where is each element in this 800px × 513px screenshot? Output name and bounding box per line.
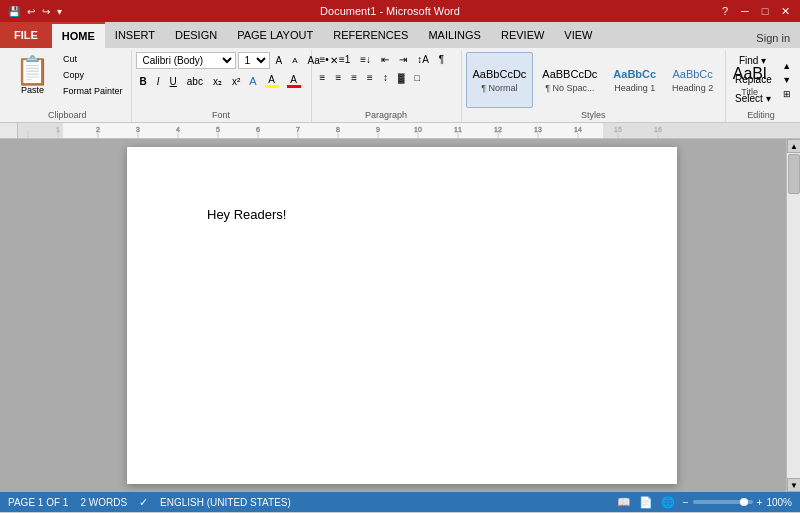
scroll-track[interactable] xyxy=(787,153,800,478)
style-normal-label: ¶ Normal xyxy=(481,83,517,93)
shading-button[interactable]: ▓ xyxy=(394,71,409,85)
font-color-bar xyxy=(287,85,301,88)
document-page[interactable]: Hey Readers! xyxy=(127,147,677,484)
scroll-down-button[interactable]: ▼ xyxy=(787,478,800,492)
style-no-spacing-label: ¶ No Spac... xyxy=(545,83,594,93)
decrease-indent-button[interactable]: ⇤ xyxy=(377,52,393,67)
align-left-button[interactable]: ≡ xyxy=(316,70,330,85)
zoom-in-button[interactable]: + xyxy=(757,497,763,508)
copy-button[interactable]: Copy xyxy=(59,68,127,82)
style-normal[interactable]: AaBbCcDc ¶ Normal xyxy=(466,52,534,108)
font-label: Font xyxy=(136,110,307,122)
left-ruler-margin xyxy=(0,139,18,492)
justify-button[interactable]: ≡ xyxy=(363,70,377,85)
svg-text:14: 14 xyxy=(574,126,582,133)
redo-icon[interactable]: ↪ xyxy=(40,6,52,17)
zoom-out-button[interactable]: − xyxy=(683,497,689,508)
undo-icon[interactable]: ↩ xyxy=(25,6,37,17)
tab-home[interactable]: HOME xyxy=(52,22,105,48)
read-mode-icon[interactable]: 📖 xyxy=(617,496,631,509)
ruler-corner xyxy=(0,123,18,139)
format-painter-button[interactable]: Format Painter xyxy=(59,84,127,98)
tab-view[interactable]: VIEW xyxy=(554,22,602,48)
style-heading1[interactable]: AaBbCc Heading 1 xyxy=(606,52,663,108)
font-color-button[interactable]: A xyxy=(284,72,304,90)
cut-button[interactable]: Cut xyxy=(59,52,127,66)
find-button[interactable]: Find ▾ xyxy=(730,52,775,69)
document-scroll-area[interactable]: Hey Readers! xyxy=(18,139,786,492)
superscript-button[interactable]: x² xyxy=(228,74,244,89)
style-normal-preview: AaBbCcDc xyxy=(473,67,527,82)
italic-button[interactable]: I xyxy=(153,74,164,89)
paragraph-label: Paragraph xyxy=(316,110,457,122)
tab-file[interactable]: FILE xyxy=(0,22,52,48)
scroll-up-button[interactable]: ▲ xyxy=(787,139,800,153)
bullets-button[interactable]: ≡• xyxy=(316,52,333,67)
select-button[interactable]: Select ▾ xyxy=(730,90,776,107)
document-content[interactable]: Hey Readers! xyxy=(207,207,597,222)
paste-label: Paste xyxy=(21,85,44,95)
paste-icon: 📋 xyxy=(15,57,50,85)
sort-button[interactable]: ↕A xyxy=(413,52,433,67)
grow-font-button[interactable]: A xyxy=(272,53,287,68)
zoom-slider[interactable] xyxy=(693,500,753,504)
tab-insert[interactable]: INSERT xyxy=(105,22,165,48)
minimize-button[interactable]: ─ xyxy=(736,2,754,20)
customize-qa-icon[interactable]: ▾ xyxy=(55,6,64,17)
styles-label: Styles xyxy=(466,110,721,122)
subscript-button[interactable]: x₂ xyxy=(209,74,226,89)
underline-button[interactable]: U xyxy=(166,74,181,89)
numbering-button[interactable]: ≡1 xyxy=(335,52,354,67)
sign-in-link[interactable]: Sign in xyxy=(746,28,800,48)
replace-button[interactable]: Replace xyxy=(730,71,777,88)
vertical-scrollbar[interactable]: ▲ ▼ xyxy=(786,139,800,492)
maximize-button[interactable]: □ xyxy=(756,2,774,20)
title-bar: 💾 ↩ ↪ ▾ Document1 - Microsoft Word ? ─ □… xyxy=(0,0,800,22)
svg-text:12: 12 xyxy=(494,126,502,133)
style-no-spacing[interactable]: AaBBCcDc ¶ No Spac... xyxy=(535,52,604,108)
tab-design[interactable]: DESIGN xyxy=(165,22,227,48)
paste-button[interactable]: 📋 Paste xyxy=(8,52,57,100)
print-layout-icon[interactable]: 📄 xyxy=(639,496,653,509)
quick-access-toolbar: 💾 ↩ ↪ ▾ xyxy=(6,6,64,17)
save-icon[interactable]: 💾 xyxy=(6,6,22,17)
spell-check-icon[interactable]: ✓ xyxy=(139,496,148,509)
document-text[interactable]: Hey Readers! xyxy=(207,207,597,222)
align-center-button[interactable]: ≡ xyxy=(331,70,345,85)
tab-page-layout[interactable]: PAGE LAYOUT xyxy=(227,22,323,48)
font-size-select[interactable]: 11 xyxy=(238,52,270,69)
svg-rect-35 xyxy=(603,123,800,139)
style-heading2-label: Heading 2 xyxy=(672,83,713,93)
multilevel-button[interactable]: ≡↓ xyxy=(356,52,375,67)
style-heading2-preview: AaBbCc xyxy=(672,67,712,82)
show-hide-button[interactable]: ¶ xyxy=(435,52,448,67)
editing-group: Find ▾ Replace Select ▾ Editing xyxy=(726,50,796,122)
strikethrough-button[interactable]: abc xyxy=(183,74,207,89)
shrink-font-button[interactable]: A xyxy=(288,54,301,67)
tab-review[interactable]: REVIEW xyxy=(491,22,554,48)
svg-rect-36 xyxy=(0,139,18,492)
web-layout-icon[interactable]: 🌐 xyxy=(661,496,675,509)
tab-references[interactable]: REFERENCES xyxy=(323,22,418,48)
borders-button[interactable]: □ xyxy=(410,71,423,85)
style-heading2[interactable]: AaBbCc Heading 2 xyxy=(665,52,720,108)
text-highlight-button[interactable]: A xyxy=(262,72,282,90)
language[interactable]: ENGLISH (UNITED STATES) xyxy=(160,497,291,508)
font-group: Calibri (Body) 11 A A Aa ✕ B I U abc x₂ … xyxy=(132,50,312,122)
text-effects-button[interactable]: A xyxy=(246,73,259,89)
style-heading1-preview: AaBbCc xyxy=(613,67,656,82)
scroll-thumb[interactable] xyxy=(788,154,800,194)
line-spacing-button[interactable]: ↕ xyxy=(379,70,392,85)
svg-text:8: 8 xyxy=(336,126,340,133)
main-area: Hey Readers! ▲ ▼ xyxy=(0,139,800,492)
tab-mailings[interactable]: MAILINGS xyxy=(418,22,491,48)
styles-group: AaBbCcDc ¶ Normal AaBBCcDc ¶ No Spac... … xyxy=(462,50,726,122)
zoom-thumb xyxy=(740,498,748,506)
close-button[interactable]: ✕ xyxy=(776,2,794,20)
increase-indent-button[interactable]: ⇥ xyxy=(395,52,411,67)
font-name-select[interactable]: Calibri (Body) xyxy=(136,52,236,69)
align-right-button[interactable]: ≡ xyxy=(347,70,361,85)
bold-button[interactable]: B xyxy=(136,74,151,89)
page-count: PAGE 1 OF 1 xyxy=(8,497,68,508)
help-button[interactable]: ? xyxy=(716,2,734,20)
